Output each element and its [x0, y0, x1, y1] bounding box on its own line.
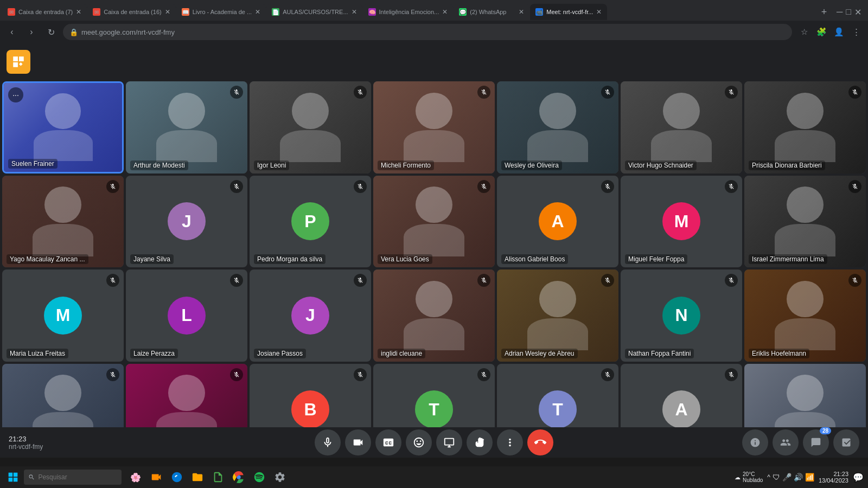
video-tile-p3[interactable]: Igor Leoni: [250, 81, 371, 174]
taskbar-app-notepad[interactable]: [208, 467, 228, 487]
video-tile-p18[interactable]: inglidi cleuane: [373, 269, 495, 362]
show-hidden-icon[interactable]: ^: [767, 473, 770, 481]
start-button[interactable]: [4, 468, 22, 486]
video-tile-p9[interactable]: J Jayane Silva: [126, 176, 247, 268]
taskbar-app-spotify[interactable]: [250, 467, 269, 487]
search-input[interactable]: [38, 473, 117, 481]
participant-name: Maria Luiza Freitas: [7, 349, 68, 358]
volume-icon[interactable]: 🔊: [794, 473, 803, 481]
avatar-container: L: [126, 269, 247, 362]
address-bar[interactable]: 🔒 meet.google.com/nrt-vcdf-fmy: [63, 24, 792, 40]
person-head: [787, 375, 823, 411]
mic-sys-icon[interactable]: 🎤: [782, 473, 792, 481]
meet-content: ···Suelen Frainer Arthur de Modesti Igor…: [0, 43, 868, 458]
end-call-button[interactable]: [527, 429, 553, 455]
bookmark-star-icon[interactable]: ☆: [796, 24, 812, 40]
video-tile-p19[interactable]: Adrian Wesley de Abreu: [497, 269, 618, 362]
mute-icon: [601, 368, 614, 381]
mic-button[interactable]: [315, 429, 341, 455]
participant-options-button[interactable]: ···: [8, 87, 23, 102]
forward-button[interactable]: ›: [24, 24, 39, 40]
antivirus-icon[interactable]: 🛡: [773, 473, 780, 481]
taskbar-app-settings[interactable]: [270, 467, 290, 487]
lock-icon: 🔒: [69, 28, 78, 36]
reload-button[interactable]: ↻: [43, 24, 59, 40]
notification-icon[interactable]: 💬: [853, 472, 864, 483]
minimize-button[interactable]: ─: [837, 7, 843, 17]
video-tile-p16[interactable]: L Laize Perazza: [126, 269, 247, 362]
tab-close-icon[interactable]: ✕: [352, 8, 357, 16]
person-body: [404, 130, 464, 162]
video-tile-p2[interactable]: Arthur de Modesti: [126, 81, 247, 174]
back-button[interactable]: ‹: [4, 24, 20, 40]
video-tile-p8[interactable]: Yago Macaulay Zancan ...: [2, 176, 124, 268]
present-button[interactable]: [436, 429, 462, 455]
taskbar-app-flower[interactable]: 🌸: [126, 467, 145, 487]
more-options-button[interactable]: [497, 429, 523, 455]
mute-icon: [230, 86, 243, 99]
mute-icon: [354, 274, 367, 287]
raise-hand-button[interactable]: [467, 429, 493, 455]
captions-button[interactable]: [375, 429, 401, 455]
tab-title: Meet: nrt-vcdf-fr...: [546, 9, 593, 15]
info-button[interactable]: [742, 429, 768, 455]
video-tile-p17[interactable]: J Josiane Passos: [250, 269, 371, 362]
controls-right: 28: [742, 429, 859, 455]
browser-tab-t6[interactable]: 💬 (2) WhatsApp ✕: [454, 4, 529, 20]
participant-name: Jayane Silva: [130, 254, 174, 264]
new-tab-button[interactable]: +: [816, 4, 832, 20]
participant-name: inglidi cleuane: [378, 349, 425, 358]
tab-title: Caixa de entrada (7): [18, 9, 73, 15]
participant-name: Eriklis Hoefelmann: [749, 349, 809, 358]
maximize-button[interactable]: □: [846, 7, 851, 17]
taskbar-search[interactable]: [24, 470, 122, 485]
close-button[interactable]: ✕: [854, 7, 861, 17]
tab-close-icon[interactable]: ✕: [76, 8, 81, 16]
chat-button[interactable]: 28: [803, 429, 829, 455]
activities-button[interactable]: [833, 429, 859, 455]
browser-tab-t2[interactable]: ✉ Caixa de entrada (16) ✕: [87, 4, 175, 20]
video-tile-p1[interactable]: ···Suelen Frainer: [2, 81, 124, 174]
participant-name: Micheli Formento: [378, 160, 434, 170]
mute-icon: [601, 180, 614, 193]
camera-button[interactable]: [345, 429, 371, 455]
video-tile-p4[interactable]: Micheli Formento: [373, 81, 495, 174]
taskbar-app-edge[interactable]: [167, 467, 187, 487]
video-tile-p6[interactable]: Victor Hugo Schnaider: [621, 81, 742, 174]
taskbar-app-files[interactable]: [188, 467, 207, 487]
meet-controls: 21:23 nrt-vcdf-fmy: [0, 427, 868, 458]
video-tile-p21[interactable]: Eriklis Hoefelmann: [744, 269, 866, 362]
browser-tab-t5[interactable]: 🧠 Inteligência Emocion... ✕: [363, 4, 454, 20]
more-options-icon[interactable]: ⋮: [848, 24, 864, 40]
browser-tab-t7[interactable]: 📹 Meet: nrt-vcdf-fr... ✕: [530, 4, 607, 20]
tab-close-icon[interactable]: ✕: [165, 8, 170, 16]
video-tile-p15[interactable]: M Maria Luiza Freitas: [2, 269, 124, 362]
browser-tab-t4[interactable]: 📄 AULAS/CURSOS/TRE... ✕: [266, 4, 362, 20]
profile-icon[interactable]: 👤: [831, 24, 846, 40]
taskbar-app-chrome[interactable]: [229, 467, 248, 487]
taskbar-app-video[interactable]: [146, 467, 166, 487]
video-tile-p20[interactable]: N Nathan Foppa Fantini: [621, 269, 742, 362]
video-tile-p5[interactable]: Wesley de Oliveira: [497, 81, 618, 174]
browser-tab-t1[interactable]: ✉ Caixa de entrada (7) ✕: [2, 4, 87, 20]
person-head: [44, 375, 81, 411]
video-tile-p11[interactable]: Vera Lucia Goes: [373, 176, 495, 268]
avatar-container: M: [621, 176, 742, 268]
video-tile-p7[interactable]: Priscila Dionara Barbieri: [744, 81, 866, 174]
video-tile-p13[interactable]: M Miguel Feler Foppa: [621, 176, 742, 268]
extension-icon[interactable]: 🧩: [814, 24, 829, 40]
tab-close-icon[interactable]: ✕: [255, 8, 260, 16]
tab-favicon: 🧠: [368, 8, 376, 16]
video-tile-p14[interactable]: Israel Zimmermann Lima: [744, 176, 866, 268]
video-tile-p10[interactable]: P Pedro Morgan da silva: [250, 176, 371, 268]
tab-close-icon[interactable]: ✕: [519, 8, 524, 16]
controls-left: 21:23 nrt-vcdf-fmy: [9, 435, 117, 451]
people-button[interactable]: [773, 429, 799, 455]
emoji-button[interactable]: [406, 429, 432, 455]
tab-close-icon[interactable]: ✕: [442, 8, 448, 16]
wifi-icon[interactable]: 📶: [805, 473, 814, 481]
video-tile-p12[interactable]: A Alisson Gabriel Boos: [497, 176, 618, 268]
mute-icon: [725, 274, 738, 287]
browser-tab-t3[interactable]: 📖 Livro - Academia de ... ✕: [176, 4, 266, 20]
tab-close-icon[interactable]: ✕: [596, 8, 602, 16]
